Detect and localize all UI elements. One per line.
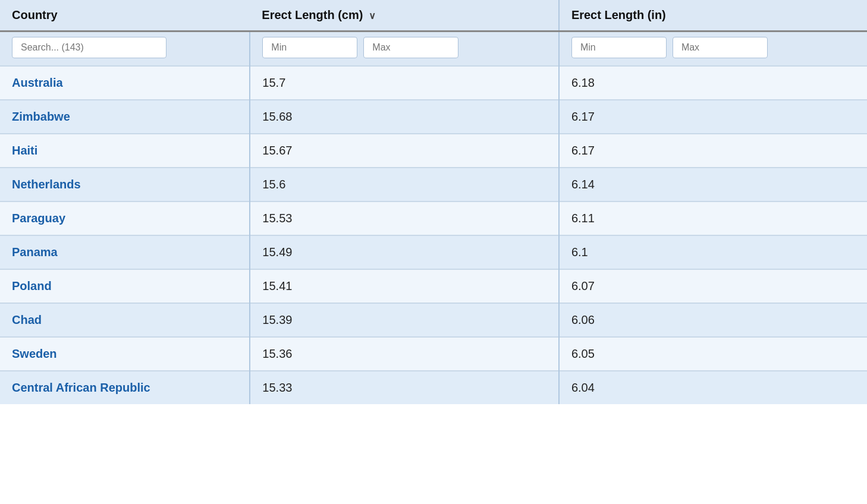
in-cell: 6.1 <box>559 235 867 269</box>
country-cell[interactable]: Australia <box>0 66 250 100</box>
table-row: Panama15.496.1 <box>0 235 867 269</box>
search-input[interactable] <box>12 37 167 58</box>
cm-cell: 15.6 <box>250 168 559 201</box>
country-cell[interactable]: Netherlands <box>0 168 250 201</box>
sort-arrow-icon: ∨ <box>369 11 376 21</box>
country-cell[interactable]: Chad <box>0 303 250 337</box>
country-header: Country <box>0 0 250 32</box>
in-cell: 6.17 <box>559 100 867 134</box>
table-row: Poland15.416.07 <box>0 269 867 303</box>
cm-cell: 15.7 <box>250 66 559 100</box>
cm-max-input[interactable] <box>363 37 458 58</box>
table-row: Sweden15.366.05 <box>0 337 867 371</box>
in-cell: 6.04 <box>559 371 867 404</box>
cm-cell: 15.68 <box>250 100 559 134</box>
cm-filter-cell <box>250 32 559 67</box>
in-cell: 6.17 <box>559 134 867 168</box>
table-row: Paraguay15.536.11 <box>0 201 867 235</box>
in-range-group <box>571 37 855 58</box>
country-cell[interactable]: Paraguay <box>0 201 250 235</box>
in-cell: 6.05 <box>559 337 867 371</box>
country-cell[interactable]: Sweden <box>0 337 250 371</box>
cm-cell: 15.49 <box>250 235 559 269</box>
in-cell: 6.06 <box>559 303 867 337</box>
header-row: Country Erect Length (cm) ∨ Erect Length… <box>0 0 867 32</box>
erect-in-header: Erect Length (in) <box>559 0 867 32</box>
in-cell: 6.14 <box>559 168 867 201</box>
country-cell[interactable]: Poland <box>0 269 250 303</box>
country-cell[interactable]: Panama <box>0 235 250 269</box>
country-cell[interactable]: Haiti <box>0 134 250 168</box>
in-cell: 6.07 <box>559 269 867 303</box>
country-filter-cell <box>0 32 250 67</box>
country-cell[interactable]: Central African Republic <box>0 371 250 404</box>
table-row: Central African Republic15.336.04 <box>0 371 867 404</box>
cm-cell: 15.36 <box>250 337 559 371</box>
erect-cm-header[interactable]: Erect Length (cm) ∨ <box>250 0 559 32</box>
in-filter-cell <box>559 32 867 67</box>
table-row: Australia15.76.18 <box>0 66 867 100</box>
in-min-input[interactable] <box>571 37 667 58</box>
cm-cell: 15.39 <box>250 303 559 337</box>
cm-cell: 15.53 <box>250 201 559 235</box>
table-row: Chad15.396.06 <box>0 303 867 337</box>
cm-min-input[interactable] <box>262 37 357 58</box>
country-cell[interactable]: Zimbabwe <box>0 100 250 134</box>
table-row: Zimbabwe15.686.17 <box>0 100 867 134</box>
data-table: Country Erect Length (cm) ∨ Erect Length… <box>0 0 867 404</box>
table-body: Australia15.76.18Zimbabwe15.686.17Haiti1… <box>0 66 867 404</box>
table-row: Netherlands15.66.14 <box>0 168 867 201</box>
table-row: Haiti15.676.17 <box>0 134 867 168</box>
filter-row <box>0 32 867 67</box>
cm-range-group <box>262 37 546 58</box>
cm-cell: 15.33 <box>250 371 559 404</box>
cm-cell: 15.41 <box>250 269 559 303</box>
in-max-input[interactable] <box>673 37 768 58</box>
cm-cell: 15.67 <box>250 134 559 168</box>
in-cell: 6.18 <box>559 66 867 100</box>
table-container: Country Erect Length (cm) ∨ Erect Length… <box>0 0 867 504</box>
in-cell: 6.11 <box>559 201 867 235</box>
